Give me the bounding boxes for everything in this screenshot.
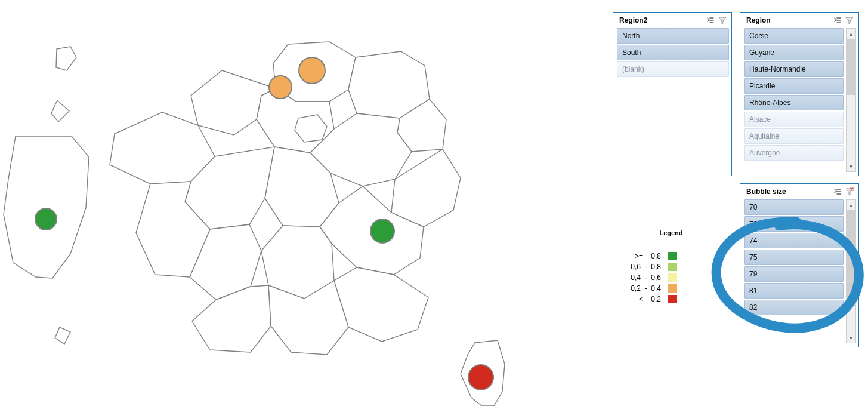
slicer-header: Region	[740, 13, 858, 28]
slicer-item[interactable]: Haute-Normandie	[744, 61, 844, 77]
scroll-up-icon[interactable]: ▴	[847, 29, 855, 39]
map-chart	[0, 0, 608, 406]
slicer-item[interactable]: 73	[744, 216, 844, 232]
legend-row: < 0,2	[619, 294, 721, 304]
legend-title: Legend	[622, 229, 721, 236]
scroll-down-icon[interactable]: ▾	[847, 333, 855, 343]
legend-label: 0,6 - 0,8	[619, 263, 668, 271]
region-guyane	[4, 136, 89, 278]
slicer-title: Bubble size	[744, 187, 831, 196]
bubble-picardie[interactable]	[299, 57, 325, 84]
slicer-bubble-size: Bubble size 70737475798182 ▴ ▾	[740, 183, 859, 347]
slicer-item[interactable]: 75	[744, 250, 844, 265]
legend-label: 0,4 - 0,6	[619, 273, 668, 282]
legend-swatch	[668, 295, 677, 303]
islet-west-2	[51, 100, 69, 122]
slicer-item[interactable]: 82	[744, 300, 844, 315]
legend-swatch	[668, 252, 677, 260]
slicer-item[interactable]: Picardie	[744, 78, 844, 94]
slicer-item[interactable]: North	[617, 28, 729, 44]
slicer-item[interactable]: 81	[744, 283, 844, 299]
legend-label: < 0,2	[619, 295, 668, 303]
slicer-item[interactable]: 79	[744, 266, 844, 282]
clear-filter-icon[interactable]	[844, 15, 855, 26]
bubble-corse[interactable]	[468, 365, 493, 390]
bubble-guyane[interactable]	[35, 208, 57, 230]
legend-row: 0,2 - 0,4	[619, 283, 721, 293]
multiselect-icon[interactable]	[832, 186, 843, 197]
slicer-item[interactable]: Auvergne	[744, 145, 844, 161]
legend-row: >= 0,8	[619, 251, 721, 261]
legend-row: 0,6 - 0,8	[619, 262, 721, 272]
slicer-item[interactable]: (blank)	[617, 61, 729, 77]
bubble-rh-ne-alpes[interactable]	[370, 219, 394, 243]
slicer-title: Region2	[617, 16, 704, 24]
slicer-item[interactable]: Guyane	[744, 45, 844, 60]
legend-swatch	[668, 273, 677, 282]
scrollbar[interactable]: ▴ ▾	[846, 199, 856, 343]
multiselect-icon[interactable]	[832, 15, 843, 26]
slicer-header: Bubble size	[740, 184, 858, 199]
legend-swatch	[668, 263, 677, 271]
slicer-title: Region	[744, 16, 831, 24]
slicer-item[interactable]: Rhône-Alpes	[744, 95, 844, 110]
slicer-item[interactable]: South	[617, 45, 729, 60]
scroll-down-icon[interactable]: ▾	[847, 161, 855, 171]
workspace: Legend >= 0,80,6 - 0,80,4 - 0,60,2 - 0,4…	[0, 0, 868, 406]
slicer-region: Region CorseGuyaneHaute-NormandiePicardi…	[740, 12, 859, 176]
islet-south	[55, 327, 70, 344]
legend-swatch	[668, 284, 677, 293]
legend-label: >= 0,8	[619, 252, 668, 260]
slicer-item[interactable]: Aquitaine	[744, 128, 844, 144]
slicer-region2: Region2 NorthSouth(blank)	[613, 12, 732, 176]
legend: Legend >= 0,80,6 - 0,80,4 - 0,60,2 - 0,4…	[619, 229, 721, 304]
clear-filter-icon[interactable]	[844, 186, 855, 197]
slicer-item[interactable]: 74	[744, 233, 844, 248]
scroll-up-icon[interactable]: ▴	[847, 200, 855, 210]
slicer-item[interactable]: Corse	[744, 28, 844, 44]
scrollbar[interactable]: ▴ ▾	[846, 28, 856, 172]
islet-west	[56, 47, 76, 70]
clear-filter-icon[interactable]	[717, 15, 728, 26]
slicer-header: Region2	[613, 13, 731, 28]
slicer-item[interactable]: Alsace	[744, 112, 844, 127]
slicer-item[interactable]: 70	[744, 199, 844, 215]
legend-row: 0,4 - 0,6	[619, 272, 721, 282]
legend-label: 0,2 - 0,4	[619, 284, 668, 293]
bubble-haute-normandie[interactable]	[269, 76, 292, 99]
multiselect-icon[interactable]	[705, 15, 716, 26]
